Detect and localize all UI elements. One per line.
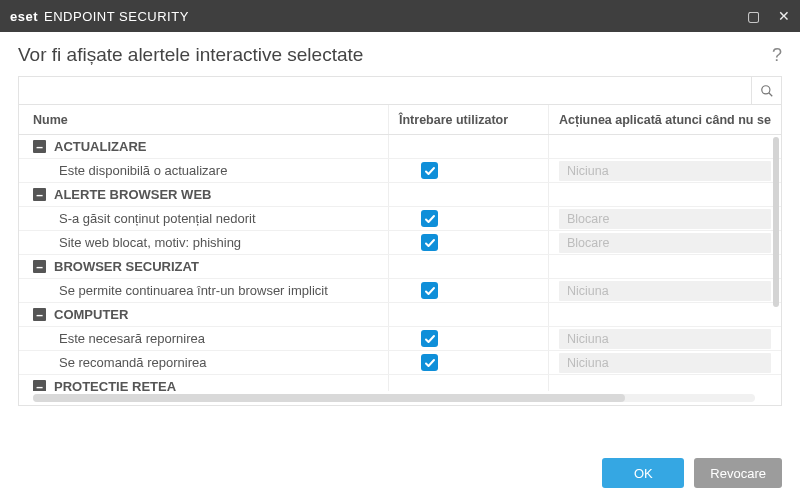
ok-button[interactable]: OK [602,458,684,488]
item-name: Se recomandă repornirea [19,351,389,374]
table-row: Este disponibilă o actualizareNiciuna [19,159,781,183]
page-title: Vor fi afișate alertele interactive sele… [18,44,363,66]
collapse-icon[interactable]: – [33,260,46,273]
table-body: –ACTUALIZAREEste disponibilă o actualiza… [19,135,781,391]
action-select: Niciuna [559,329,771,349]
ask-user-checkbox[interactable] [421,330,438,347]
group-label: PROTECȚIE REȚEA [54,379,176,391]
column-name[interactable]: Nume [19,105,389,134]
collapse-icon[interactable]: – [33,188,46,201]
table-row: Se permite continuarea într-un browser i… [19,279,781,303]
horizontal-scrollbar[interactable] [19,391,781,405]
group-row[interactable]: –PROTECȚIE REȚEA [19,375,781,391]
ask-user-checkbox[interactable] [421,210,438,227]
cancel-button[interactable]: Revocare [694,458,782,488]
svg-point-0 [761,85,769,93]
search-button[interactable] [751,77,781,104]
column-action[interactable]: Acțiunea aplicată atunci când nu se [549,105,781,134]
action-select: Blocare [559,233,771,253]
item-name: Site web blocat, motiv: phishing [19,231,389,254]
ask-user-checkbox[interactable] [421,234,438,251]
alerts-panel: Nume Întrebare utilizator Acțiunea aplic… [18,76,782,406]
brand: eset ENDPOINT SECURITY [10,9,189,24]
table-header: Nume Întrebare utilizator Acțiunea aplic… [19,105,781,135]
window-close-icon[interactable]: ✕ [778,9,790,23]
brand-product: ENDPOINT SECURITY [44,9,189,24]
action-select: Niciuna [559,161,771,181]
item-name: Este necesară repornirea [19,327,389,350]
table-row: Este necesară repornireaNiciuna [19,327,781,351]
action-select: Blocare [559,209,771,229]
collapse-icon[interactable]: – [33,308,46,321]
search-icon [760,84,774,98]
column-ask-user[interactable]: Întrebare utilizator [389,105,549,134]
item-name: S-a găsit conținut potențial nedorit [19,207,389,230]
group-row[interactable]: –ALERTE BROWSER WEB [19,183,781,207]
vertical-scrollbar[interactable] [773,137,779,307]
help-icon[interactable]: ? [772,45,782,66]
group-label: ALERTE BROWSER WEB [54,187,211,202]
table-row: Site web blocat, motiv: phishingBlocare [19,231,781,255]
window-minimize-icon[interactable]: ▢ [747,9,760,23]
group-label: ACTUALIZARE [54,139,146,154]
group-row[interactable]: –ACTUALIZARE [19,135,781,159]
svg-line-1 [768,92,772,96]
search-input[interactable] [19,77,751,104]
group-row[interactable]: –COMPUTER [19,303,781,327]
collapse-icon[interactable]: – [33,140,46,153]
table-row: Se recomandă repornireaNiciuna [19,351,781,375]
group-label: BROWSER SECURIZAT [54,259,199,274]
table-row: S-a găsit conținut potențial nedoritBloc… [19,207,781,231]
ask-user-checkbox[interactable] [421,162,438,179]
group-row[interactable]: –BROWSER SECURIZAT [19,255,781,279]
ask-user-checkbox[interactable] [421,282,438,299]
action-select: Niciuna [559,281,771,301]
action-select: Niciuna [559,353,771,373]
collapse-icon[interactable]: – [33,380,46,391]
item-name: Este disponibilă o actualizare [19,159,389,182]
ask-user-checkbox[interactable] [421,354,438,371]
title-bar: eset ENDPOINT SECURITY ▢ ✕ [0,0,800,32]
group-label: COMPUTER [54,307,128,322]
item-name: Se permite continuarea într-un browser i… [19,279,389,302]
brand-eset: eset [10,9,38,24]
